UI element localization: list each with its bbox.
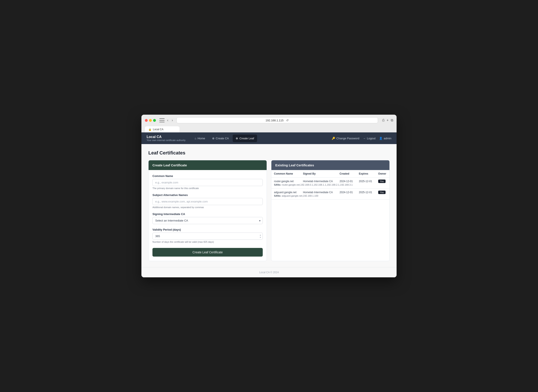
existing-certs-panel: Existing Leaf Certificates Common Name S…	[271, 160, 390, 261]
cert-signed-by-1: Homelab Intermediate CA	[300, 178, 337, 183]
admin-link[interactable]: 👤 admin	[379, 137, 391, 140]
nav-create-leaf-label: Create Leaf	[239, 137, 254, 140]
validity-input[interactable]	[153, 233, 263, 240]
logout-icon: →	[363, 137, 366, 140]
common-name-help: The primary domain name for this certifi…	[153, 187, 263, 190]
brand-title: Local CA	[147, 135, 186, 139]
validity-label: Validity Period (days)	[153, 228, 263, 231]
cert-table-body: router.gangte.net Homelab Intermediate C…	[271, 178, 390, 200]
table-row-sans: SANs: adguard.gangte.net,192.168.1.100	[271, 194, 390, 200]
logout-link[interactable]: → Logout	[363, 137, 376, 140]
col-common-name: Common Name	[271, 170, 300, 178]
nav-create-ca-label: Create CA	[216, 137, 229, 140]
nav-right: 🔑 Change Password → Logout 👤 admin	[332, 137, 391, 140]
owner-badge-1: You	[378, 180, 386, 183]
validity-group: Validity Period (days) ▲ ▼ Number of day…	[153, 228, 263, 243]
validity-decrement[interactable]: ▼	[259, 236, 262, 238]
brand-subtitle: Your own internal certificate authority	[147, 139, 186, 141]
nav-home[interactable]: ⌂ Home	[192, 135, 208, 142]
new-tab-button[interactable]: +	[387, 118, 389, 122]
create-ca-icon: ⊕	[212, 137, 214, 140]
tabs-button[interactable]: ⧉	[391, 118, 393, 122]
close-button[interactable]	[145, 119, 148, 122]
sans-label-1: SANs:	[274, 183, 282, 186]
nav-brand: Local CA Your own internal certificate a…	[147, 132, 186, 144]
cert-created-1: 2024-12-01	[337, 178, 356, 183]
back-button[interactable]: ‹	[166, 118, 169, 123]
tab-favicon: 🔒	[148, 128, 152, 131]
active-tab[interactable]: 🔒 Local CA	[145, 126, 180, 132]
page-title: Leaf Certificates	[148, 150, 390, 156]
common-name-input[interactable]	[153, 179, 263, 186]
table-row: adguard.gangte.net Homelab Intermediate …	[271, 189, 390, 195]
col-signed-by: Signed By	[300, 170, 337, 178]
validity-increment[interactable]: ▲	[259, 234, 262, 236]
create-leaf-icon: ⊕	[236, 137, 238, 140]
cert-created-2: 2024-12-01	[337, 189, 356, 195]
cert-table: Common Name Signed By Created Expires Ow…	[271, 170, 390, 200]
change-password-label: Change Password	[336, 137, 359, 140]
san-group: Subject Alternative Names Additional dom…	[153, 193, 263, 209]
main-content: Leaf Certificates Create Leaf Certificat…	[141, 144, 397, 267]
form-panel-header: Create Leaf Certificate	[148, 160, 267, 170]
common-name-group: Common Name The primary domain name for …	[153, 174, 263, 190]
signing-ca-select[interactable]: Select an Intermediate CA	[153, 217, 263, 224]
existing-panel-title: Existing Leaf Certificates	[275, 163, 314, 167]
cert-signed-by-2: Homelab Intermediate CA	[300, 189, 337, 195]
tab-bar: 🔒 Local CA	[145, 126, 393, 132]
key-icon: 🔑	[332, 137, 335, 140]
validity-input-wrapper: ▲ ▼	[153, 233, 263, 240]
cert-sans-1: SANs: router.gangte.net,192.168.0.1,192.…	[271, 183, 390, 189]
cert-owner-2: You	[376, 189, 390, 195]
traffic-lights	[145, 119, 156, 122]
owner-badge-2: You	[378, 191, 386, 194]
browser-chrome: ‹ › 192.168.1.115 ↺ ⎙ + ⧉ 🔒 Local CA	[141, 115, 397, 132]
create-leaf-button[interactable]: Create Leaf Certificate	[153, 248, 263, 257]
signing-ca-label: Signing Intermediate CA	[153, 212, 263, 216]
address-text: 192.168.1.115	[265, 119, 283, 122]
sans-value-1: router.gangte.net,192.168.0.1,192.168.1.…	[282, 183, 353, 186]
nav-create-ca[interactable]: ⊕ Create CA	[209, 135, 232, 142]
form-panel-body: Common Name The primary domain name for …	[148, 170, 267, 261]
change-password-link[interactable]: 🔑 Change Password	[332, 137, 359, 140]
table-row-sans: SANs: router.gangte.net,192.168.0.1,192.…	[271, 183, 390, 189]
browser-controls: ‹ ›	[159, 118, 174, 123]
app-footer: Local CA © 2024	[141, 267, 397, 277]
col-owner: Owner	[376, 170, 390, 178]
existing-panel-body: Common Name Signed By Created Expires Ow…	[271, 170, 390, 200]
nav-create-leaf[interactable]: ⊕ Create Leaf	[233, 135, 257, 142]
cert-sans-2: SANs: adguard.gangte.net,192.168.1.100	[271, 194, 390, 200]
col-created: Created	[337, 170, 356, 178]
cert-expires-1: 2025-12-01	[356, 178, 376, 183]
cert-common-name-1: router.gangte.net	[271, 178, 300, 183]
app-nav: Local CA Your own internal certificate a…	[141, 132, 397, 144]
home-icon: ⌂	[195, 137, 196, 140]
san-label: Subject Alternative Names	[153, 193, 263, 197]
admin-label: admin	[384, 137, 391, 140]
share-button[interactable]: ⎙	[382, 118, 385, 122]
address-bar[interactable]: 192.168.1.115 ↺	[176, 117, 378, 123]
validity-help: Number of days the certificate will be v…	[153, 241, 263, 243]
table-row: router.gangte.net Homelab Intermediate C…	[271, 178, 390, 183]
sans-value-2: adguard.gangte.net,192.168.1.100	[282, 195, 318, 197]
logout-label: Logout	[367, 137, 376, 140]
reload-button[interactable]: ↺	[286, 119, 289, 122]
validity-spinners: ▲ ▼	[259, 234, 262, 238]
cert-table-header-row: Common Name Signed By Created Expires Ow…	[271, 170, 390, 178]
sidebar-toggle[interactable]	[159, 118, 165, 122]
common-name-label: Common Name	[153, 174, 263, 178]
signing-ca-select-wrapper: Select an Intermediate CA ▾	[153, 217, 263, 224]
cert-expires-2: 2025-12-01	[356, 189, 376, 195]
browser-window: ‹ › 192.168.1.115 ↺ ⎙ + ⧉ 🔒 Local CA Loc…	[141, 115, 397, 277]
san-help: Additional domain names, separated by co…	[153, 206, 263, 209]
minimize-button[interactable]	[149, 119, 152, 122]
cert-common-name-2: adguard.gangte.net	[271, 189, 300, 195]
signing-ca-group: Signing Intermediate CA Select an Interm…	[153, 212, 263, 224]
maximize-button[interactable]	[153, 119, 156, 122]
cert-table-head: Common Name Signed By Created Expires Ow…	[271, 170, 390, 178]
forward-button[interactable]: ›	[171, 118, 174, 123]
san-input[interactable]	[153, 198, 263, 205]
existing-panel-header: Existing Leaf Certificates	[271, 160, 390, 170]
sans-label-2: SANs:	[274, 195, 282, 197]
col-expires: Expires	[356, 170, 376, 178]
